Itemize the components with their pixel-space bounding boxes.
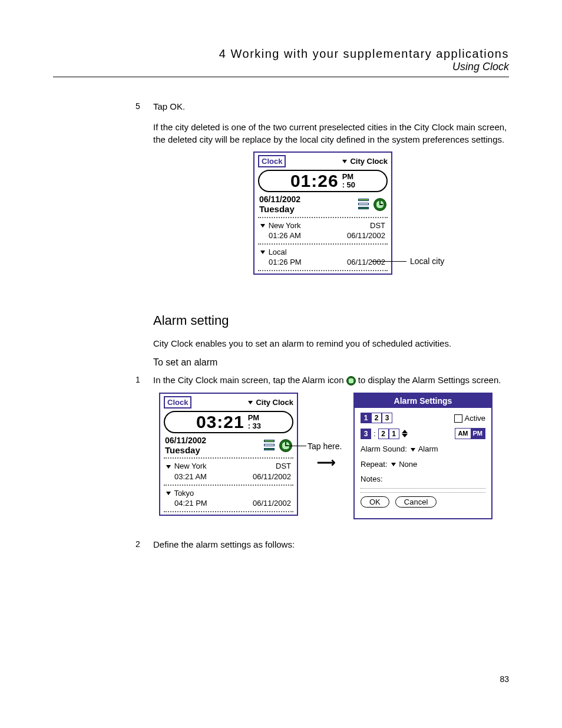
divider bbox=[258, 270, 388, 271]
page-header: 4 Working with your supplementary applic… bbox=[53, 47, 509, 77]
active-checkbox[interactable]: Active bbox=[454, 413, 485, 424]
alarm-tabs[interactable]: 1 2 3 bbox=[361, 413, 392, 423]
city-row-2: Local 01:26 PM 06/11/2002 bbox=[258, 246, 388, 269]
time-stepper[interactable] bbox=[402, 430, 408, 437]
time-display: 01:26 PM: 50 bbox=[258, 170, 388, 192]
alarm-settings-dialog: Alarm Settings 1 2 3 Active 3 : bbox=[353, 393, 492, 519]
callout-line bbox=[371, 261, 406, 262]
repeat-label: Repeat: bbox=[361, 459, 388, 470]
alarm-icon[interactable] bbox=[373, 198, 386, 211]
step-text: Tap OK. bbox=[153, 101, 509, 113]
date: 06/11/2002 bbox=[259, 195, 300, 204]
callout-tap-here: Tap here. bbox=[308, 441, 342, 452]
callout-local-city: Local city bbox=[410, 256, 444, 267]
city-selector[interactable]: New York bbox=[260, 220, 301, 231]
city-time: 01:26 PM bbox=[269, 257, 302, 268]
step-text: Define the alarm settings as follows: bbox=[153, 539, 509, 551]
chevron-down-icon bbox=[260, 224, 265, 228]
weekday: Tuesday bbox=[165, 445, 206, 455]
divider bbox=[164, 511, 293, 512]
alarm-sound-label: Alarm Sound: bbox=[361, 444, 407, 454]
time-display: 03:21 PM: 33 bbox=[164, 411, 293, 433]
arrow-right-icon: ⟶ bbox=[317, 454, 336, 472]
figure-alarm-settings: Clock City Clock 03:21 PM: 33 06/11/2002… bbox=[153, 393, 509, 528]
section-intro: City Clock enables you to set an alarm t… bbox=[153, 338, 509, 350]
weekday: Tuesday bbox=[259, 204, 300, 214]
step-text: In the City Clock main screen, tap the A… bbox=[153, 374, 509, 386]
pda-screen-2: Clock City Clock 03:21 PM: 33 06/11/2002… bbox=[159, 393, 298, 516]
city-time: 03:21 AM bbox=[174, 472, 207, 482]
step-5-detail: If the city deleted is one of the two cu… bbox=[153, 121, 509, 146]
repeat-dropdown[interactable]: None bbox=[391, 459, 418, 470]
menu-cityclock[interactable]: City Clock bbox=[248, 397, 293, 408]
step-number: 1 bbox=[135, 374, 153, 386]
city-row-1: New York DST 03:21 AM 06/11/2002 bbox=[164, 460, 293, 483]
divider bbox=[258, 217, 388, 218]
city-time: 04:21 PM bbox=[174, 498, 207, 509]
city-selector[interactable]: Tokyo bbox=[166, 488, 194, 499]
section-heading: Alarm setting bbox=[153, 312, 509, 330]
pda-screen-1: Clock City Clock 01:26 PM: 50 06/11/2002… bbox=[253, 151, 392, 275]
divider bbox=[164, 485, 293, 486]
time-value: 03:21 bbox=[196, 413, 244, 431]
chevron-down-icon bbox=[166, 465, 171, 469]
dialog-title: Alarm Settings bbox=[355, 394, 491, 409]
ampm: PM bbox=[248, 413, 260, 422]
city-selector[interactable]: New York bbox=[166, 461, 207, 472]
step-number: 2 bbox=[135, 539, 153, 551]
dst-badge: DST bbox=[276, 461, 291, 472]
city-date: 06/11/2002 bbox=[253, 472, 291, 482]
figure-cityclock-local: Clock City Clock 01:26 PM: 50 06/11/2002… bbox=[153, 151, 509, 298]
dst-badge: DST bbox=[370, 220, 385, 231]
app-label[interactable]: Clock bbox=[258, 155, 286, 168]
step-number: 5 bbox=[135, 101, 153, 113]
step-1: 1 In the City Clock main screen, tap the… bbox=[153, 374, 509, 386]
city-date: 06/11/2002 bbox=[253, 498, 291, 509]
chevron-down-icon bbox=[166, 492, 171, 495]
step-2: 2 Define the alarm settings as follows: bbox=[153, 539, 509, 551]
date: 06/11/2002 bbox=[165, 436, 206, 445]
divider bbox=[258, 243, 388, 245]
city-date: 06/11/2002 bbox=[347, 257, 385, 268]
chapter-title: 4 Working with your supplementary applic… bbox=[53, 47, 509, 61]
subsection-heading: To set an alarm bbox=[153, 356, 509, 369]
city-row-2: Tokyo 04:21 PM 06/11/2002 bbox=[164, 487, 293, 510]
alarm-tab-3[interactable]: 3 bbox=[382, 413, 392, 423]
app-label[interactable]: Clock bbox=[164, 396, 191, 409]
divider bbox=[164, 457, 293, 459]
chevron-down-icon bbox=[411, 448, 415, 452]
notes-line[interactable] bbox=[361, 488, 485, 489]
callout-line bbox=[289, 446, 306, 446]
notes-line[interactable] bbox=[361, 492, 485, 493]
ampm: PM bbox=[342, 172, 354, 181]
seconds: : 50 bbox=[342, 180, 355, 189]
hour-field[interactable]: 3 bbox=[361, 429, 371, 439]
ampm-toggle[interactable]: AM PM bbox=[455, 428, 485, 439]
chevron-down-icon bbox=[260, 251, 265, 254]
city-row-1: New York DST 01:26 AM 06/11/2002 bbox=[258, 219, 388, 242]
calendar-icon[interactable] bbox=[357, 199, 370, 210]
seconds: : 33 bbox=[248, 421, 261, 430]
cancel-button[interactable]: Cancel bbox=[395, 496, 437, 508]
chapter-subtitle: Using Clock bbox=[53, 61, 509, 73]
chevron-down-icon bbox=[342, 160, 347, 163]
alarm-icon bbox=[346, 376, 356, 386]
chevron-down-icon bbox=[391, 463, 396, 466]
alarm-sound-dropdown[interactable]: Alarm bbox=[411, 444, 438, 454]
alarm-tab-2[interactable]: 2 bbox=[371, 413, 382, 423]
min-ones-field[interactable]: 1 bbox=[389, 429, 399, 439]
chevron-down-icon bbox=[248, 401, 253, 404]
notes-label: Notes: bbox=[361, 474, 485, 485]
time-value: 01:26 bbox=[290, 172, 339, 190]
step-5: 5 Tap OK. bbox=[153, 101, 509, 113]
menu-cityclock[interactable]: City Clock bbox=[342, 156, 388, 167]
ok-button[interactable]: OK bbox=[361, 496, 389, 508]
alarm-tab-1[interactable]: 1 bbox=[361, 413, 371, 423]
checkbox-icon bbox=[454, 414, 462, 423]
calendar-icon[interactable] bbox=[263, 440, 276, 452]
city-date: 06/11/2002 bbox=[347, 230, 385, 241]
min-tens-field[interactable]: 2 bbox=[378, 429, 389, 439]
city-selector[interactable]: Local bbox=[260, 247, 287, 258]
am-option[interactable]: AM bbox=[455, 429, 470, 439]
pm-option[interactable]: PM bbox=[471, 429, 485, 439]
